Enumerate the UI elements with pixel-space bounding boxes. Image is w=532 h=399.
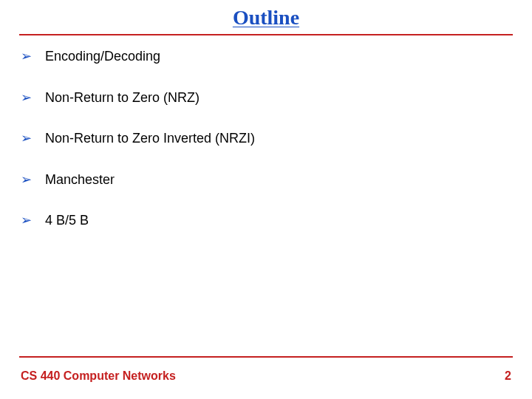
list-item-label: 4 B/5 B bbox=[45, 213, 89, 229]
slide: Outline ➢ Encoding/Decoding ➢ Non-Return… bbox=[0, 0, 532, 399]
list-item-label: Non-Return to Zero (NRZ) bbox=[45, 90, 200, 106]
page-title: Outline bbox=[21, 6, 511, 30]
bullet-icon: ➢ bbox=[21, 131, 32, 147]
outline-list: ➢ Encoding/Decoding ➢ Non-Return to Zero… bbox=[21, 49, 511, 229]
footer-course: CS 440 Computer Networks bbox=[21, 369, 176, 383]
list-item-label: Encoding/Decoding bbox=[45, 49, 160, 65]
bullet-icon: ➢ bbox=[21, 213, 32, 229]
bullet-icon: ➢ bbox=[21, 90, 32, 106]
bullet-icon: ➢ bbox=[21, 49, 32, 65]
list-item: ➢ Encoding/Decoding bbox=[21, 49, 511, 65]
bullet-icon: ➢ bbox=[21, 172, 32, 188]
list-item: ➢ 4 B/5 B bbox=[21, 213, 511, 229]
list-item-label: Non-Return to Zero Inverted (NRZI) bbox=[45, 131, 255, 147]
rule-bottom bbox=[19, 356, 513, 358]
list-item-label: Manchester bbox=[45, 172, 115, 188]
rule-top bbox=[19, 34, 513, 35]
list-item: ➢ Non-Return to Zero Inverted (NRZI) bbox=[21, 131, 511, 147]
footer-page-number: 2 bbox=[505, 369, 511, 383]
list-item: ➢ Non-Return to Zero (NRZ) bbox=[21, 90, 511, 106]
list-item: ➢ Manchester bbox=[21, 172, 511, 188]
